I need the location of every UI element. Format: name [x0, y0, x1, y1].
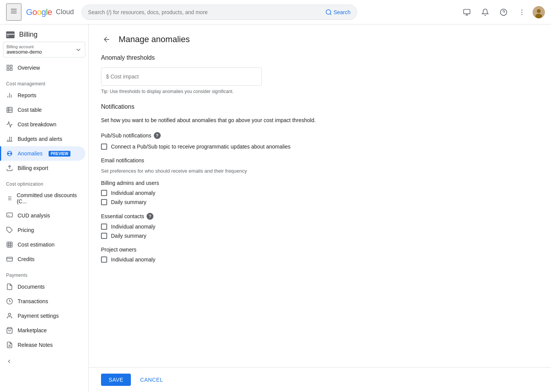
svg-point-11 — [522, 11, 523, 13]
save-button[interactable]: SAVE — [101, 374, 131, 386]
email-title: Email notifications — [101, 157, 539, 163]
sidebar-item-label: Pricing — [18, 227, 34, 233]
sidebar-item-documents[interactable]: Documents — [0, 279, 85, 294]
pubsub-checkbox[interactable] — [101, 144, 107, 150]
sidebar-item-label: Cost breakdown — [18, 121, 56, 127]
sidebar-item-committed-use[interactable]: Committed use discounts (C... — [0, 188, 85, 208]
search-bar[interactable]: Search — [82, 5, 357, 20]
email-desc: Set preferences for who should receive e… — [101, 168, 539, 174]
credits-icon — [6, 256, 13, 263]
sidebar-item-label: Budgets and alerts — [18, 136, 62, 142]
svg-point-34 — [10, 153, 11, 154]
section-cost-management: Cost management — [0, 75, 88, 88]
essential-individual-label: Individual anomaly — [111, 224, 155, 230]
user-avatar[interactable] — [533, 6, 545, 18]
section-cost-optimization: Cost optimization — [0, 175, 88, 188]
chevron-down-icon — [75, 46, 82, 53]
back-button[interactable] — [101, 34, 112, 45]
essential-contacts-group: Essential contacts ? Individual anomaly … — [101, 213, 539, 239]
svg-point-15 — [535, 14, 542, 18]
billing-daily-checkbox[interactable] — [101, 199, 107, 205]
sidebar-item-billing-export[interactable]: Billing export — [0, 161, 85, 175]
pubsub-checkbox-label: Connect a Pub/Sub topic to receive progr… — [111, 144, 290, 150]
page-header: Manage anomalies — [101, 34, 539, 45]
sidebar-item-label: Billing export — [18, 165, 48, 171]
reports-icon — [6, 92, 13, 99]
essential-contacts-help-icon[interactable]: ? — [147, 213, 153, 220]
svg-rect-21 — [7, 69, 9, 70]
sidebar-item-anomalies[interactable]: Anomalies PREVIEW — [0, 146, 85, 161]
anomaly-thresholds-title: Anomaly thresholds — [101, 54, 539, 61]
essential-daily-checkbox[interactable] — [101, 233, 107, 239]
nav-actions — [459, 5, 545, 20]
notifications-section: Notifications Set how you want to be not… — [101, 103, 539, 263]
essential-individual-checkbox[interactable] — [101, 224, 107, 230]
hamburger-menu-button[interactable] — [6, 3, 21, 21]
preview-badge: PREVIEW — [49, 151, 70, 157]
project-individual-checkbox[interactable] — [101, 256, 107, 263]
project-owners-items: Individual anomaly — [101, 256, 539, 263]
sidebar-item-reports[interactable]: Reports — [0, 88, 85, 103]
sidebar-item-cost-table[interactable]: Cost table — [0, 103, 85, 117]
svg-point-53 — [8, 313, 11, 315]
essential-individual-row: Individual anomaly — [101, 224, 539, 230]
sidebar-item-label: CUD analysis — [18, 212, 50, 219]
svg-point-10 — [522, 9, 523, 10]
sidebar-item-label: Transactions — [18, 298, 48, 304]
pubsub-help-icon[interactable]: ? — [154, 132, 161, 139]
sidebar-item-cud-analysis[interactable]: % CUD analysis — [0, 208, 85, 223]
sidebar-item-cost-breakdown[interactable]: Cost breakdown — [0, 117, 85, 132]
cost-estimation-icon — [6, 241, 13, 248]
billing-icon — [6, 31, 15, 38]
svg-point-31 — [11, 137, 12, 138]
payment-settings-icon — [6, 312, 13, 319]
sidebar-item-budgets[interactable]: Budgets and alerts — [0, 132, 85, 146]
sidebar-item-marketplace[interactable]: Marketplace — [0, 323, 85, 338]
sidebar-item-overview[interactable]: Overview — [0, 60, 85, 75]
svg-point-33 — [8, 153, 9, 154]
cancel-button[interactable]: CANCEL — [137, 374, 166, 386]
committed-use-icon — [6, 195, 12, 202]
sidebar-item-pricing[interactable]: Pricing — [0, 223, 85, 237]
sidebar-item-transactions[interactable]: Transactions — [0, 294, 85, 309]
pubsub-section: Pub/Sub notifications ? Connect a Pub/Su… — [101, 132, 539, 150]
pricing-icon — [6, 227, 13, 234]
svg-rect-20 — [10, 65, 12, 67]
billing-individual-checkbox[interactable] — [101, 190, 107, 196]
sidebar-item-release-notes[interactable]: Release Notes — [0, 338, 85, 352]
svg-rect-50 — [7, 257, 13, 261]
help-button[interactable] — [496, 5, 511, 20]
terminal-button[interactable] — [459, 5, 474, 20]
sidebar-item-payment-settings[interactable]: Payment settings — [0, 309, 85, 323]
main-content: Manage anomalies Anomaly thresholds Tip:… — [89, 24, 551, 392]
svg-rect-45 — [7, 242, 12, 247]
pubsub-title: Pub/Sub notifications ? — [101, 132, 539, 139]
email-notifications-section: Email notifications Set preferences for … — [101, 157, 539, 263]
project-owners-group: Project owners Individual anomaly — [101, 247, 539, 263]
sidebar-item-label: Cost estimation — [18, 242, 54, 248]
notifications-button[interactable] — [478, 5, 493, 20]
search-button[interactable]: Search — [325, 9, 350, 16]
sidebar-billing-header: Billing — [0, 24, 88, 42]
cost-impact-input[interactable] — [101, 67, 262, 86]
search-input[interactable] — [88, 9, 322, 15]
svg-rect-5 — [464, 9, 470, 14]
sidebar-item-cost-estimation[interactable]: Cost estimation — [0, 237, 85, 252]
sidebar-item-label: Overview — [18, 65, 40, 71]
anomaly-thresholds-section: Anomaly thresholds Tip: Use thresholds t… — [101, 54, 539, 94]
svg-rect-17 — [7, 34, 14, 35]
sidebar-collapse-button[interactable] — [0, 355, 88, 368]
billing-daily-label: Daily summary — [111, 199, 147, 205]
more-options-button[interactable] — [514, 5, 530, 20]
account-selector[interactable]: Billing account awesome-demo — [3, 42, 85, 57]
tip-text: Tip: Use thresholds to display anomalies… — [101, 89, 539, 94]
billing-title: Billing — [19, 31, 37, 39]
budgets-icon — [6, 136, 13, 142]
sidebar-item-label: Reports — [18, 92, 36, 98]
sidebar-item-label: Release Notes — [18, 342, 53, 348]
essential-daily-row: Daily summary — [101, 233, 539, 239]
project-owners-title: Project owners — [101, 247, 539, 253]
top-nav: Google Cloud Search — [0, 0, 551, 24]
billing-export-icon — [6, 165, 13, 172]
sidebar-item-credits[interactable]: Credits — [0, 252, 85, 266]
